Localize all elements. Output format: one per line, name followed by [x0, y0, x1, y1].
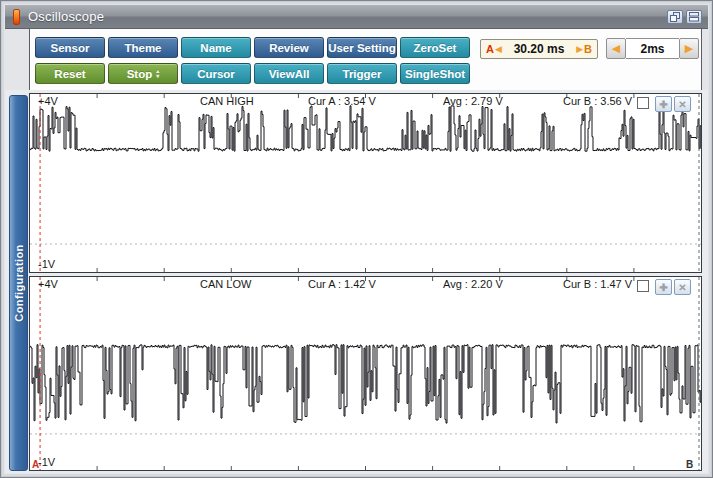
cursor-b-voltage: Cur B : 3.56 V [563, 95, 632, 107]
toolbar-row-2: Reset Stop ▴▾ Cursor ViewAll Trigger Sin… [35, 63, 470, 84]
oscilloscope-window: Oscilloscope Sensor Theme Name Review Us [0, 0, 713, 478]
window-title: Oscilloscope [28, 9, 104, 24]
can-high-waveform-plot[interactable] [30, 94, 701, 272]
channel-close-button[interactable]: ✕ [674, 96, 691, 112]
cursor-b-marker[interactable]: B [686, 459, 693, 470]
name-button[interactable]: Name [181, 37, 251, 58]
zeroset-button[interactable]: ZeroSet [400, 37, 470, 58]
scope-area: Configuration +4V CAN HIGH Cur A : 3.54 … [5, 90, 708, 473]
channel-select-checkbox[interactable] [637, 280, 649, 292]
timebase-control: ◀ 2ms ▶ [606, 38, 699, 59]
channel-close-button[interactable]: ✕ [674, 279, 691, 295]
cursor-b-voltage: Cur B : 1.47 V [563, 278, 632, 290]
tile-windows-icon [689, 12, 699, 22]
plus-icon: ✚ [659, 282, 667, 293]
cursor-b-right-arrow-icon[interactable]: ▶ [576, 44, 583, 54]
cursor-time-readout: A ◀ 30.20 ms ▶ B [480, 39, 598, 59]
cursor-b-label: B [584, 43, 592, 55]
bottom-voltage-label: -1V [38, 258, 55, 270]
top-voltage-label: +4V [38, 95, 58, 107]
channel-expand-button[interactable]: ✚ [655, 96, 672, 112]
configuration-tab-label: Configuration [13, 244, 25, 321]
spinner-updown-icon: ▴▾ [156, 69, 159, 79]
channel-title: CAN HIGH [200, 95, 254, 107]
plus-icon: ✚ [659, 99, 667, 110]
cascade-windows-button[interactable] [667, 10, 683, 24]
close-icon: ✕ [678, 282, 686, 293]
theme-button[interactable]: Theme [108, 37, 178, 58]
top-voltage-label: +4V [38, 278, 58, 290]
cursor-a-label: A [486, 43, 494, 55]
timebase-value[interactable]: 2ms [626, 38, 679, 59]
cascade-windows-icon [670, 12, 680, 22]
reset-button[interactable]: Reset [35, 63, 105, 84]
timebase-decrease-button[interactable]: ◀ [606, 38, 626, 59]
cursor-button[interactable]: Cursor [181, 63, 251, 84]
app-icon [13, 9, 20, 25]
viewall-button[interactable]: ViewAll [254, 63, 324, 84]
channel-panel-can-low: +4V CAN LOW Cur A : 1.42 V Avg : 2.20 V … [29, 276, 702, 471]
tile-windows-button[interactable] [686, 10, 702, 24]
toolbar: Sensor Theme Name Review User Setting Ze… [29, 29, 702, 90]
review-button[interactable]: Review [254, 37, 324, 58]
cursor-delta-time: 30.20 ms [514, 42, 565, 56]
stop-button[interactable]: Stop ▴▾ [108, 63, 178, 84]
timebase-increase-button[interactable]: ▶ [679, 38, 699, 59]
user-setting-button[interactable]: User Setting [327, 37, 397, 58]
trigger-button[interactable]: Trigger [327, 63, 397, 84]
bottom-voltage-label: -1V [38, 456, 55, 468]
title-bar: Oscilloscope [5, 5, 708, 29]
can-low-waveform-plot[interactable] [30, 277, 701, 470]
channel-title: CAN LOW [200, 278, 251, 290]
configuration-tab[interactable]: Configuration [9, 95, 28, 471]
stop-button-label: Stop [127, 68, 153, 80]
singleshot-button[interactable]: SingleShot [400, 63, 470, 84]
cursor-a-voltage: Cur A : 1.42 V [308, 278, 376, 290]
cursor-a-marker[interactable]: A [32, 459, 39, 470]
cursor-a-left-arrow-icon[interactable]: ◀ [495, 44, 502, 54]
window-buttons [667, 10, 708, 24]
channel-expand-button[interactable]: ✚ [655, 279, 672, 295]
channel-panel-can-high: +4V CAN HIGH Cur A : 3.54 V Avg : 2.79 V… [29, 93, 702, 273]
average-voltage: Avg : 2.79 V [443, 95, 503, 107]
sensor-button[interactable]: Sensor [35, 37, 105, 58]
cursor-a-voltage: Cur A : 3.54 V [308, 95, 376, 107]
close-icon: ✕ [678, 99, 686, 110]
average-voltage: Avg : 2.20 V [443, 278, 503, 290]
toolbar-row-1: Sensor Theme Name Review User Setting Ze… [35, 37, 470, 58]
channel-select-checkbox[interactable] [637, 97, 649, 109]
